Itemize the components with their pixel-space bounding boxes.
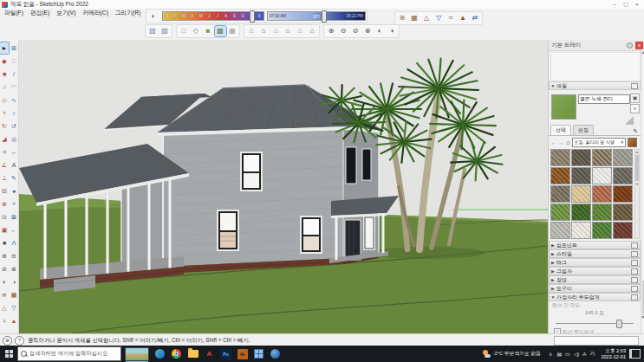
messenger-app-icon[interactable] — [267, 346, 283, 362]
forward-arrow-icon[interactable]: → — [557, 139, 564, 145]
menu-0[interactable]: 파일(F) — [1, 9, 27, 16]
photos-app-icon[interactable] — [250, 346, 267, 362]
help-icon[interactable]: ? — [15, 336, 24, 346]
material-swatch-pavers-red[interactable] — [592, 185, 612, 203]
material-swatch-wood-planks[interactable] — [550, 167, 570, 184]
material-swatch-gravel-mixed[interactable] — [592, 149, 612, 166]
3d-text-tool[interactable]: ✎ — [10, 172, 18, 184]
chrome-browser-icon[interactable] — [168, 346, 185, 362]
sketchup-active-app[interactable] — [125, 347, 149, 361]
menu-4[interactable]: 그리기(R) — [112, 9, 144, 16]
solid-subtract-icon[interactable]: ⊖ — [338, 26, 349, 36]
material-swatch-wood-dark[interactable] — [571, 167, 591, 184]
section-plane-tool[interactable]: ⊟ — [0, 185, 9, 197]
material-swatch-grass-medium[interactable] — [592, 204, 612, 221]
from-scratch-tool[interactable]: ▦ — [10, 289, 18, 301]
front-view-icon[interactable]: ⌂ — [270, 26, 282, 36]
tray-close-icon[interactable]: × — [635, 42, 643, 49]
shadow-date-slider[interactable]: JFMAMJJASOND — [162, 11, 264, 21]
zoom-extents-tool[interactable]: ▣ — [0, 224, 9, 236]
tab-select[interactable]: 선택 — [550, 125, 571, 135]
taskbar-clock[interactable]: 오후 2:03 2022-12-01 — [601, 348, 626, 359]
maximize-button[interactable]: ▢ — [621, 1, 631, 8]
menu-2[interactable]: 보기(V) — [53, 9, 79, 16]
zoom-tool[interactable]: ⊙ — [0, 211, 9, 223]
material-swatch-wood-red[interactable] — [613, 185, 633, 203]
material-swatch-groundcover-red[interactable] — [613, 222, 633, 239]
solid-intersect-tool[interactable]: ⊗ — [10, 263, 18, 275]
shaded-with-textures-icon[interactable]: ▩ — [215, 26, 226, 36]
from-contours-tool[interactable]: ≋ — [0, 289, 9, 301]
menu-1[interactable]: 편집(E) — [27, 9, 53, 16]
look-around-tool[interactable]: ● — [10, 185, 18, 197]
select-tool[interactable]: ► — [0, 42, 9, 54]
materials-scrollbar[interactable]: ▲ ▼ — [634, 149, 640, 239]
detach-icon[interactable] — [631, 260, 638, 266]
move-tool[interactable]: + — [0, 107, 9, 119]
ime-english-icon[interactable]: A — [582, 352, 586, 357]
sandbox-from-scratch-icon[interactable]: ▦ — [409, 13, 420, 23]
back-view-icon[interactable]: ⌂ — [295, 26, 306, 36]
scroll-up-icon[interactable]: ▲ — [635, 150, 639, 154]
volume-icon[interactable]: ◁) — [574, 351, 580, 357]
scroll-down-icon[interactable]: ▼ — [635, 182, 639, 186]
shaded-icon[interactable]: ■ — [203, 26, 214, 36]
chevron-up-icon[interactable]: ∧ — [549, 351, 552, 357]
section-header-3[interactable]: ▶그림자 — [549, 267, 641, 275]
taskbar-search-input[interactable]: 검색하려면 여기에 입력하십시오 — [17, 346, 121, 361]
detach-icon[interactable] — [631, 277, 638, 283]
notification-center-icon[interactable] — [629, 349, 641, 359]
orbit-tool[interactable]: ⊕ — [0, 198, 9, 210]
detach-icon[interactable] — [631, 251, 638, 257]
drape-tool[interactable]: ≈ — [0, 315, 9, 326]
detach-icon[interactable] — [631, 286, 638, 292]
time-slider-knob[interactable] — [322, 10, 327, 23]
tab-edit[interactable]: 편집 — [573, 125, 594, 135]
solid-intersect-icon[interactable]: ⊗ — [362, 26, 374, 36]
detach-icon[interactable] — [631, 83, 638, 89]
iso-view-icon[interactable]: ⌂ — [246, 26, 257, 36]
file-explorer-icon[interactable] — [185, 346, 201, 362]
material-swatch-grass-dark[interactable] — [571, 204, 591, 221]
section-header-0[interactable]: ▶컴포넌트 — [549, 241, 641, 249]
section-header-1[interactable]: ▶스타일 — [549, 249, 641, 258]
edge-browser-icon[interactable] — [152, 346, 168, 362]
autocad-icon[interactable]: A — [201, 346, 218, 362]
material-swatch-stone-gray[interactable] — [613, 149, 633, 166]
illustrator-icon[interactable]: Ai — [234, 346, 250, 362]
material-name-input[interactable] — [578, 94, 630, 104]
offset-tool[interactable]: ◎ — [10, 133, 18, 145]
tray-scrollbar[interactable] — [641, 50, 644, 333]
left-view-icon[interactable]: ⌂ — [307, 26, 318, 36]
text-tool[interactable]: A — [10, 159, 18, 171]
weather-widget[interactable]: -2°C 부분적으로 맑음 — [483, 350, 541, 358]
menu-3[interactable]: 카메라(C) — [80, 9, 112, 16]
ime-pad-icon[interactable]: ▤ — [556, 351, 562, 357]
solid-subtract-tool[interactable]: ⊖ — [10, 250, 18, 262]
axes-tool[interactable]: ⊥ — [0, 172, 9, 184]
solid-union-tool[interactable]: ⊕ — [0, 250, 9, 262]
soften-slider[interactable] — [556, 320, 634, 326]
section-header-2[interactable]: ▶태그 — [549, 258, 641, 267]
active-material-preview[interactable] — [551, 94, 576, 120]
paint-bucket-tool[interactable]: ◆ — [0, 55, 9, 67]
date-slider-knob[interactable] — [250, 10, 255, 23]
scrollbar-thumb[interactable] — [635, 155, 639, 181]
eraser-tool[interactable]: □ — [10, 55, 18, 67]
solid-union-icon[interactable]: ⊕ — [326, 26, 337, 36]
detach-icon[interactable] — [631, 242, 638, 249]
split-tool[interactable]: ◑ — [10, 276, 18, 288]
add-detail-tool[interactable]: ▲ — [10, 315, 18, 326]
close-button[interactable]: × — [632, 1, 642, 8]
material-swatch-fence-white[interactable] — [592, 167, 612, 184]
material-swatch-mulch[interactable] — [613, 204, 633, 221]
xray-mode-icon[interactable]: ▧ — [147, 26, 159, 36]
section-header-4[interactable]: ▶장면 — [549, 275, 641, 284]
protractor-tool[interactable]: ∠ — [0, 159, 9, 171]
material-swatch-grass-green[interactable] — [592, 222, 612, 239]
stamp-tool[interactable]: ▽ — [10, 302, 18, 314]
split-icon[interactable]: ◑ — [387, 26, 398, 36]
smoove-tool[interactable]: △ — [0, 302, 9, 314]
rectangle-tool[interactable]: ■ — [0, 68, 9, 80]
line-tool[interactable]: / — [10, 68, 18, 80]
